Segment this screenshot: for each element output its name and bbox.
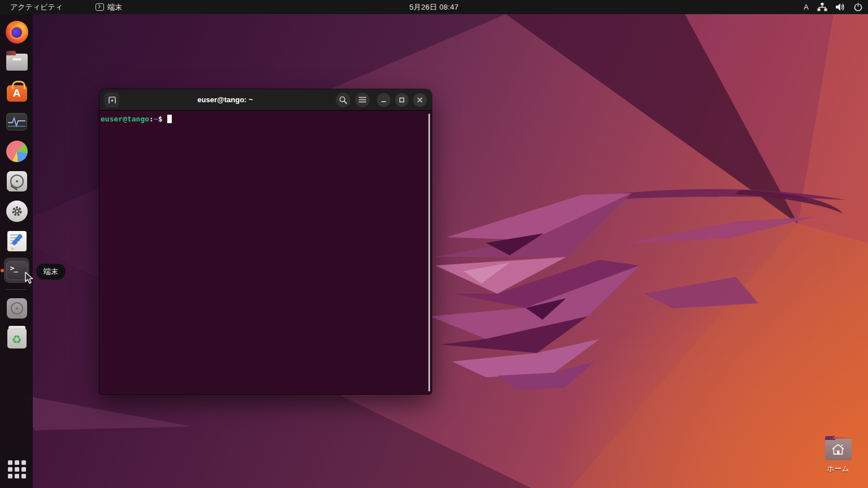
settings-icon [6, 201, 28, 222]
headerbar[interactable]: euser@tango: ~ [99, 89, 432, 111]
menu-button[interactable] [355, 93, 370, 107]
minimize-icon [381, 97, 387, 103]
close-button[interactable] [413, 93, 427, 107]
top-bar: アクティビティ 端末 5月26日 08:47 A [0, 0, 868, 14]
maximize-button[interactable] [395, 93, 409, 107]
system-tray[interactable]: A [804, 0, 862, 14]
new-tab-button[interactable] [105, 93, 119, 107]
dock-item-disk-usage-analyzer[interactable] [4, 138, 29, 164]
network-icon [817, 3, 827, 11]
text-editor-icon [7, 231, 27, 251]
dock: A [0, 14, 33, 488]
cd-media-icon [7, 298, 27, 319]
volume-icon [836, 3, 845, 11]
new-tab-icon [108, 96, 116, 104]
dock-item-cd-media[interactable] [4, 295, 29, 321]
desktop: アクティビティ 端末 5月26日 08:47 A [0, 0, 868, 488]
activities-button[interactable]: アクティビティ [10, 2, 63, 12]
prompt-path: ~ [154, 115, 158, 123]
disks-icon [7, 171, 27, 191]
dock-item-text-editor[interactable] [4, 228, 29, 254]
focused-app-menu[interactable]: 端末 [96, 2, 122, 12]
firefox-icon [6, 21, 28, 43]
home-folder-label: ホーム [827, 464, 849, 474]
terminal-cursor [167, 115, 172, 123]
prompt-line: euser@tango:~$ [101, 114, 431, 124]
terminal-scrollbar[interactable] [428, 114, 430, 391]
dock-item-settings[interactable] [4, 198, 29, 224]
clock-button[interactable]: 5月26日 08:47 [409, 0, 458, 14]
dock-item-trash[interactable]: ♻ [4, 325, 29, 351]
close-icon [417, 97, 423, 103]
app-center-icon: A [7, 85, 27, 102]
prompt-user-host: euser@tango [101, 115, 149, 123]
home-folder-launcher[interactable]: ホーム [814, 438, 862, 474]
terminal-window: euser@tango: ~ [99, 89, 432, 394]
maximize-icon [399, 97, 405, 103]
disk-usage-analyzer-icon [6, 141, 28, 162]
menu-icon [359, 97, 366, 103]
dock-item-files[interactable] [4, 49, 29, 75]
search-button[interactable] [336, 93, 350, 107]
dock-item-app-center[interactable]: A [4, 79, 29, 104]
dock-item-firefox[interactable] [4, 19, 29, 45]
mouse-pointer [25, 272, 34, 285]
dock-divider [6, 289, 27, 290]
prompt-separator: : [149, 115, 154, 123]
trash-icon: ♻ [7, 328, 27, 348]
window-title: euser@tango: ~ [119, 95, 331, 104]
terminal-icon: >_ [6, 261, 28, 280]
running-indicator-dot [1, 269, 4, 272]
dock-item-disks[interactable] [4, 168, 29, 194]
focused-app-label: 端末 [107, 2, 122, 12]
search-icon [339, 96, 347, 104]
home-folder-icon [825, 438, 852, 460]
terminal-screen[interactable]: euser@tango:~$ [99, 111, 432, 394]
show-apps-button[interactable] [4, 456, 29, 482]
power-icon [854, 3, 862, 11]
system-monitor-icon [6, 113, 27, 130]
input-method-indicator[interactable]: A [804, 3, 809, 11]
minimize-button[interactable] [377, 93, 390, 107]
files-icon [6, 54, 28, 71]
terminal-app-icon [96, 3, 104, 11]
dock-tooltip: 端末 [36, 264, 66, 280]
prompt-symbol: $ [158, 115, 163, 123]
dock-item-system-monitor[interactable] [4, 109, 29, 134]
